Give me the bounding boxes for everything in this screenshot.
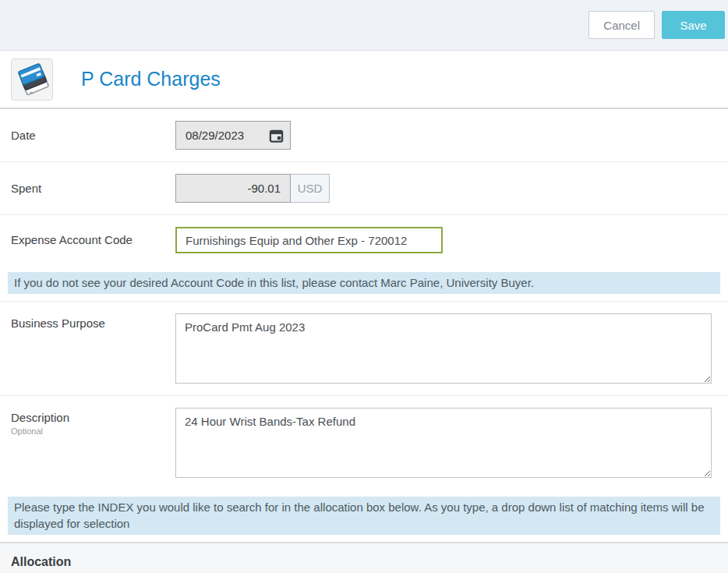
spent-row: Spent USD [0, 162, 728, 215]
cancel-button[interactable]: Cancel [588, 11, 655, 39]
calendar-icon[interactable] [269, 128, 284, 143]
business-purpose-row: Business Purpose [0, 302, 728, 396]
account-code-notice: If you do not see your desired Account C… [8, 272, 720, 294]
account-code-notice-band: If you do not see your desired Account C… [0, 272, 728, 302]
date-row: Date [0, 109, 728, 162]
page-header: P Card Charges [0, 51, 728, 109]
page-title: P Card Charges [81, 68, 221, 90]
business-purpose-textarea[interactable] [175, 313, 712, 384]
description-optional-label: Optional [11, 426, 175, 437]
business-purpose-label: Business Purpose [11, 313, 175, 331]
allocation-section-header: Allocation [0, 542, 728, 573]
expense-account-code-label: Expense Account Code [11, 233, 175, 247]
spent-label: Spent [11, 182, 175, 196]
allocation-section-title: Allocation [11, 555, 717, 569]
currency-addon: USD [291, 174, 330, 203]
description-textarea[interactable] [175, 408, 712, 478]
expense-account-code-input[interactable] [175, 227, 443, 253]
expense-account-code-row: Expense Account Code [0, 215, 728, 265]
spent-input[interactable] [175, 174, 291, 203]
index-notice: Please type the INDEX you would like to … [8, 497, 720, 535]
index-notice-band: Please type the INDEX you would like to … [0, 497, 728, 535]
credit-cards-icon [14, 60, 50, 99]
date-label: Date [11, 129, 175, 143]
top-action-bar: Cancel Save [0, 0, 728, 51]
description-label: Description [11, 411, 175, 425]
description-row: Description Optional [0, 396, 728, 490]
save-button[interactable]: Save [662, 11, 725, 39]
expense-type-selector[interactable] [11, 58, 53, 101]
